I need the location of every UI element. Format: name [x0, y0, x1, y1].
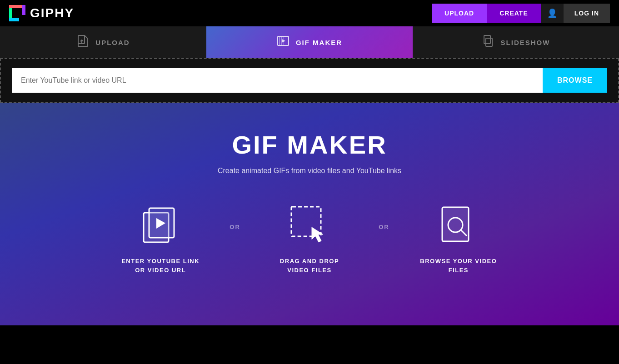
- logo-area: GIPHY: [9, 5, 74, 21]
- or-label-2: OR: [365, 224, 403, 230]
- main-content: GIF MAKER Create animated GIFs from vide…: [0, 103, 619, 325]
- url-row: BROWSE: [12, 68, 607, 93]
- tab-bar: UPLOAD GIF MAKER SLIDESHOW: [0, 26, 619, 58]
- feature-youtube-label: ENTER YOUTUBE LINKOR VIDEO URL: [121, 257, 200, 274]
- create-button[interactable]: CREATE: [487, 4, 541, 23]
- feature-browse-label: BROWSE YOUR VIDEOFILES: [420, 257, 497, 274]
- tab-gif-maker[interactable]: GIF MAKER: [206, 26, 413, 58]
- drag-drop-icon-wrap: [287, 202, 332, 248]
- youtube-icon-wrap: [138, 202, 183, 248]
- drag-drop-icon: [287, 202, 332, 248]
- feature-browse: BROWSE YOUR VIDEOFILES: [403, 202, 514, 274]
- slideshow-tab-icon: [482, 35, 494, 50]
- drop-zone: BROWSE: [0, 58, 619, 103]
- youtube-link-icon: [139, 204, 182, 247]
- user-icon: 👤: [547, 9, 557, 18]
- gif-maker-tab-icon: [277, 35, 290, 50]
- feature-youtube: ENTER YOUTUBE LINKOR VIDEO URL: [105, 202, 216, 274]
- feature-drag-drop: DRAG AND DROPVIDEO FILES: [254, 202, 365, 274]
- header-actions: UPLOAD CREATE 👤 LOG IN: [432, 4, 610, 23]
- svg-rect-2: [22, 5, 25, 15]
- or-label-1: OR: [216, 224, 254, 230]
- tab-upload[interactable]: UPLOAD: [0, 26, 206, 58]
- svg-rect-11: [484, 35, 490, 44]
- svg-marker-10: [282, 39, 285, 43]
- login-button[interactable]: LOG IN: [564, 4, 610, 23]
- tab-upload-label: UPLOAD: [95, 39, 130, 46]
- svg-rect-3: [9, 18, 19, 21]
- features-row: ENTER YOUTUBE LINKOR VIDEO URL OR DRAG A…: [105, 202, 514, 274]
- upload-button[interactable]: UPLOAD: [432, 4, 487, 23]
- giphy-logo-icon: [9, 5, 25, 21]
- url-input[interactable]: [12, 68, 543, 93]
- gif-maker-subtitle: Create animated GIFs from video files an…: [218, 167, 401, 175]
- browse-button[interactable]: BROWSE: [543, 68, 607, 93]
- gif-maker-title: GIF MAKER: [232, 130, 387, 160]
- browse-icon-wrap: [436, 202, 481, 248]
- browse-files-icon: [437, 204, 480, 247]
- user-icon-button[interactable]: 👤: [541, 4, 564, 23]
- tab-gif-maker-label: GIF MAKER: [296, 39, 342, 46]
- svg-rect-12: [486, 38, 492, 46]
- header: GIPHY UPLOAD CREATE 👤 LOG IN: [0, 0, 619, 26]
- svg-rect-18: [442, 207, 469, 241]
- upload-tab-icon: [76, 35, 89, 50]
- feature-drag-drop-label: DRAG AND DROPVIDEO FILES: [280, 257, 339, 274]
- tab-slideshow[interactable]: SLIDESHOW: [413, 26, 619, 58]
- logo-text: GIPHY: [30, 6, 74, 20]
- tab-slideshow-label: SLIDESHOW: [501, 39, 550, 46]
